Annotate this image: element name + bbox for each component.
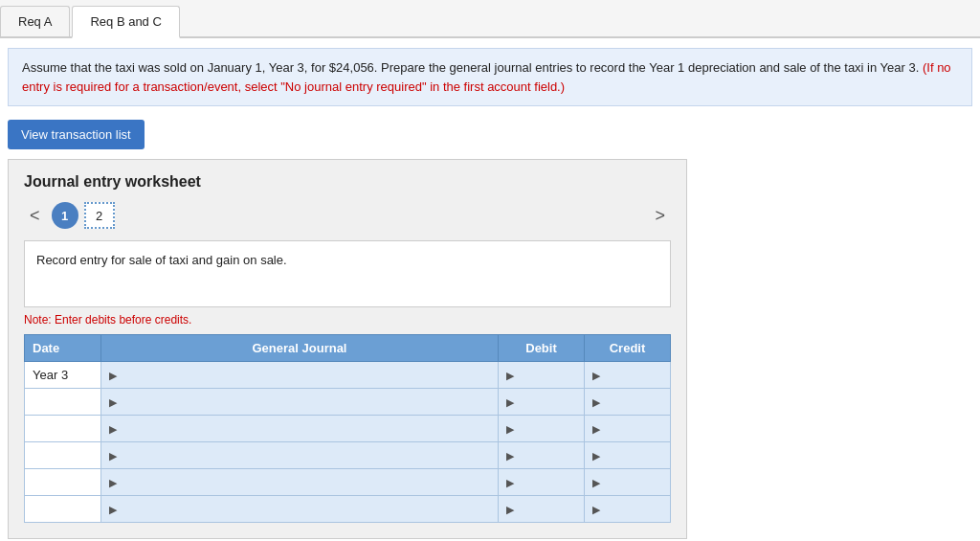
tab-req-a[interactable]: Req A bbox=[0, 6, 70, 36]
debit-arrow-icon: ▶ bbox=[506, 370, 514, 381]
info-box: Assume that the taxi was sold on January… bbox=[8, 48, 972, 106]
date-cell[interactable] bbox=[25, 389, 101, 416]
gj-arrow-icon: ▶ bbox=[109, 477, 117, 488]
date-cell[interactable] bbox=[25, 469, 101, 496]
credit-arrow-icon: ▶ bbox=[592, 450, 600, 462]
journal-table: Date General Journal Debit Credit Year 3… bbox=[24, 334, 671, 523]
credit-cell[interactable]: ▶ bbox=[585, 389, 671, 416]
gj-arrow-icon: ▶ bbox=[109, 370, 117, 381]
date-cell[interactable]: Year 3 bbox=[25, 362, 101, 389]
table-row: ▶▶▶ bbox=[25, 469, 671, 496]
table-row: Year 3▶▶▶ bbox=[25, 362, 671, 389]
view-transaction-button[interactable]: View transaction list bbox=[8, 120, 145, 149]
credit-arrow-icon: ▶ bbox=[592, 423, 600, 435]
prev-page-button[interactable]: < bbox=[24, 206, 46, 226]
nav-row: < 1 2 > bbox=[24, 202, 671, 229]
gj-arrow-icon: ▶ bbox=[109, 450, 117, 462]
debit-arrow-icon: ▶ bbox=[506, 477, 514, 488]
gj-arrow-icon: ▶ bbox=[109, 423, 117, 435]
description-box: Record entry for sale of taxi and gain o… bbox=[24, 240, 671, 307]
credit-cell[interactable]: ▶ bbox=[585, 362, 671, 389]
credit-arrow-icon: ▶ bbox=[592, 370, 600, 381]
debit-arrow-icon: ▶ bbox=[506, 504, 514, 515]
table-row: ▶▶▶ bbox=[25, 389, 671, 416]
debit-arrow-icon: ▶ bbox=[506, 450, 514, 462]
credit-arrow-icon: ▶ bbox=[592, 477, 600, 488]
general-journal-cell[interactable]: ▶ bbox=[101, 362, 499, 389]
debit-cell[interactable]: ▶ bbox=[499, 469, 585, 496]
general-journal-cell[interactable]: ▶ bbox=[101, 496, 499, 523]
debit-arrow-icon: ▶ bbox=[506, 423, 514, 435]
page-2-box[interactable]: 2 bbox=[84, 202, 115, 229]
next-page-button[interactable]: > bbox=[649, 206, 671, 226]
credit-cell[interactable]: ▶ bbox=[585, 496, 671, 523]
debit-arrow-icon: ▶ bbox=[506, 396, 514, 408]
credit-arrow-icon: ▶ bbox=[592, 396, 600, 408]
debit-cell[interactable]: ▶ bbox=[499, 389, 585, 416]
general-journal-cell[interactable]: ▶ bbox=[101, 442, 499, 469]
debit-cell[interactable]: ▶ bbox=[499, 496, 585, 523]
general-journal-cell[interactable]: ▶ bbox=[101, 416, 499, 442]
credit-cell[interactable]: ▶ bbox=[585, 469, 671, 496]
col-header-date: Date bbox=[25, 335, 101, 362]
date-cell[interactable] bbox=[25, 496, 101, 523]
credit-cell[interactable]: ▶ bbox=[585, 442, 671, 469]
worksheet-title: Journal entry worksheet bbox=[24, 173, 671, 191]
col-header-debit: Debit bbox=[499, 335, 585, 362]
col-header-gj: General Journal bbox=[101, 335, 499, 362]
general-journal-cell[interactable]: ▶ bbox=[101, 389, 499, 416]
table-row: ▶▶▶ bbox=[25, 496, 671, 523]
date-cell[interactable] bbox=[25, 442, 101, 469]
tab-bar: Req A Req B and C bbox=[0, 0, 980, 38]
col-header-credit: Credit bbox=[585, 335, 671, 362]
debit-cell[interactable]: ▶ bbox=[499, 442, 585, 469]
info-main-text: Assume that the taxi was sold on January… bbox=[22, 60, 919, 75]
gj-arrow-icon: ▶ bbox=[109, 504, 117, 515]
page-1-circle[interactable]: 1 bbox=[52, 202, 78, 229]
credit-cell[interactable]: ▶ bbox=[585, 416, 671, 442]
worksheet-panel: Journal entry worksheet < 1 2 > Record e… bbox=[8, 159, 687, 539]
tab-req-b-c[interactable]: Req B and C bbox=[72, 6, 179, 38]
general-journal-cell[interactable]: ▶ bbox=[101, 469, 499, 496]
credit-arrow-icon: ▶ bbox=[592, 504, 600, 515]
note-text: Note: Enter debits before credits. bbox=[24, 313, 671, 327]
gj-arrow-icon: ▶ bbox=[109, 396, 117, 408]
date-cell[interactable] bbox=[25, 416, 101, 442]
debit-cell[interactable]: ▶ bbox=[499, 416, 585, 442]
table-row: ▶▶▶ bbox=[25, 416, 671, 442]
debit-cell[interactable]: ▶ bbox=[499, 362, 585, 389]
table-row: ▶▶▶ bbox=[25, 442, 671, 469]
description-text: Record entry for sale of taxi and gain o… bbox=[36, 253, 287, 267]
